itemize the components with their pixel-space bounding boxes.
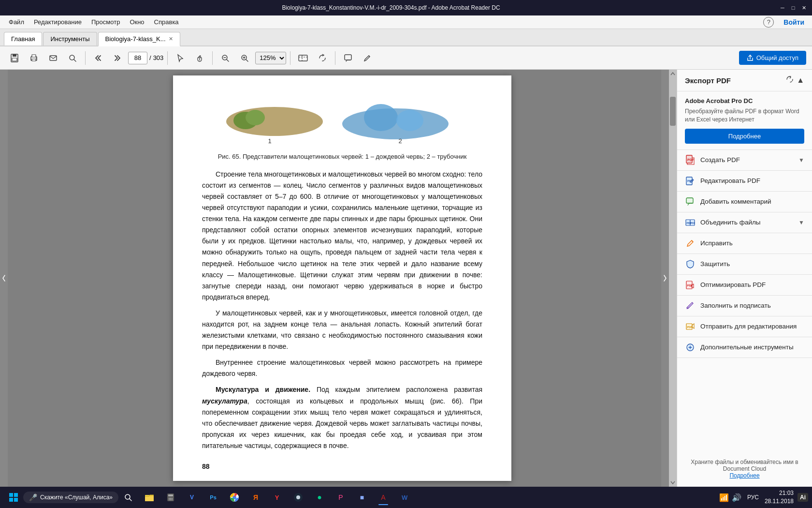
section-combine-header[interactable]: PDFPDF Объединить файлы ▼: [677, 212, 812, 233]
section-correct-header[interactable]: Исправить: [677, 233, 812, 254]
next-page-button[interactable]: [109, 49, 126, 67]
svg-line-9: [74, 60, 76, 61]
promo-button[interactable]: Подробнее: [685, 129, 804, 144]
section-optimize-title: PDF Оптимизировать PDF: [685, 280, 766, 290]
section-combine-title: PDFPDF Объединить файлы: [685, 217, 761, 228]
svg-point-57: [169, 499, 170, 500]
section-send-edit-label: Отправить для редактирования: [700, 323, 797, 330]
close-button[interactable]: ✕: [799, 3, 808, 12]
menu-edit[interactable]: Редактирование: [29, 16, 87, 28]
maximize-button[interactable]: □: [789, 3, 798, 12]
section-correct-title: Исправить: [685, 238, 733, 249]
section-fill-sign-header[interactable]: Заполнить и подписать: [677, 296, 812, 316]
right-expand-handle[interactable]: [661, 70, 669, 487]
section-protect-header[interactable]: Защитить: [677, 254, 812, 274]
signin-button[interactable]: Войти: [780, 16, 808, 28]
svg-rect-46: [9, 498, 13, 502]
svg-point-23: [246, 110, 265, 125]
taskbar-word[interactable]: W: [395, 489, 414, 506]
section-fill-sign: Заполнить и подписать: [677, 296, 812, 316]
start-button[interactable]: [4, 489, 23, 506]
save-button[interactable]: [6, 49, 23, 67]
ai-label[interactable]: Ai: [798, 493, 808, 502]
taskbar-explorer[interactable]: [140, 489, 159, 506]
taskbar-unknown1[interactable]: ●: [310, 489, 329, 506]
taskbar-yandex-browser[interactable]: Я: [246, 489, 265, 506]
volume-icon[interactable]: 🔊: [732, 493, 741, 502]
svg-rect-20: [345, 55, 351, 60]
tab-tools[interactable]: Инструменты: [43, 32, 97, 45]
tab-home[interactable]: Главная: [4, 32, 42, 45]
zoom-out-button[interactable]: [217, 49, 234, 67]
section-edit-pdf-label: Редактировать PDF: [700, 177, 760, 184]
print-button[interactable]: [25, 49, 43, 67]
taskbar-chrome[interactable]: [225, 489, 244, 506]
help-icon[interactable]: ?: [763, 17, 774, 28]
network-icon[interactable]: 📶: [719, 493, 729, 502]
menu-view[interactable]: Просмотр: [87, 16, 125, 28]
sidebar-refresh-icon[interactable]: [786, 75, 794, 85]
footer-link[interactable]: Подробнее: [729, 472, 759, 479]
svg-rect-5: [32, 59, 36, 61]
svg-point-54: [169, 498, 170, 499]
rotate-button[interactable]: [314, 49, 331, 67]
section-optimize-label: Оптимизировать PDF: [700, 281, 766, 288]
email-button[interactable]: [44, 49, 62, 67]
section-edit-pdf-header[interactable]: PDF Редактировать PDF: [677, 171, 812, 191]
taskbar-steam[interactable]: [289, 489, 308, 506]
cortana-search[interactable]: 🎤 Скажите «Слушай, Алиса»: [23, 492, 118, 503]
taskbar-vegas[interactable]: V: [182, 489, 202, 506]
svg-rect-2: [12, 58, 17, 61]
sidebar-title: Экспорт PDF: [685, 76, 731, 85]
tab-document[interactable]: Biologiya-7-klass_K... ✕: [98, 32, 180, 46]
tab-close-icon[interactable]: ✕: [169, 36, 173, 42]
taskbar-photoshop[interactable]: Ps: [203, 489, 223, 506]
comment-button[interactable]: [339, 49, 357, 67]
paragraph-4: Мускулатура и движение. Под каждым эпите…: [202, 384, 482, 451]
share-button[interactable]: Общий доступ: [739, 51, 806, 65]
tab-document-label: Biologiya-7-klass_K...: [105, 35, 166, 43]
sidebar-collapse-icon[interactable]: ▲: [797, 76, 804, 85]
language-indicator[interactable]: РУС: [745, 493, 761, 502]
taskbar-unknown3[interactable]: ■: [352, 489, 372, 506]
taskbar-unknown2[interactable]: P: [331, 489, 350, 506]
svg-rect-1: [13, 54, 16, 57]
section-more-tools-header[interactable]: Дополнительные инструменты: [677, 337, 812, 358]
section-send-edit-title: PDF Отправить для редактирования: [685, 321, 797, 332]
menu-file[interactable]: Файл: [4, 16, 29, 28]
zoom-select[interactable]: 125% 100% 75% 150% 200%: [255, 52, 286, 64]
section-add-comment-header[interactable]: Добавить комментарий: [677, 192, 812, 212]
snapshot-button[interactable]: [294, 49, 312, 67]
menu-help[interactable]: Справка: [149, 16, 184, 28]
section-send-edit-header[interactable]: PDF Отправить для редактирования: [677, 316, 812, 337]
taskbar-calculator[interactable]: [161, 489, 180, 506]
pen-button[interactable]: [359, 49, 376, 67]
toolbar-separator-1: [85, 51, 86, 65]
paragraph-2: У малощетинковых червей, как и у многоще…: [202, 308, 482, 352]
scroll-thumb[interactable]: [670, 97, 676, 126]
taskbar-yandex[interactable]: Y: [267, 489, 287, 506]
scrollbar-vertical[interactable]: [669, 70, 677, 487]
cursor-tool-button[interactable]: [172, 49, 189, 67]
tab-tools-label: Инструменты: [50, 35, 89, 43]
share-label: Общий доступ: [756, 54, 798, 61]
minimize-button[interactable]: ─: [778, 3, 787, 12]
section-optimize-header[interactable]: PDF Оптимизировать PDF: [677, 275, 812, 295]
section-create-pdf-header[interactable]: PDF Создать PDF ▼: [677, 150, 812, 170]
section-send-edit: PDF Отправить для редактирования: [677, 316, 812, 337]
taskbar-search-icon[interactable]: [118, 489, 138, 506]
sidebar-promo: Adobe Acrobat Pro DC Преобразуйте файлы …: [677, 91, 812, 150]
titlebar-controls: ─ □ ✕: [778, 3, 808, 12]
taskbar-acrobat[interactable]: A: [374, 489, 393, 506]
svg-rect-44: [9, 493, 13, 497]
section-more-tools-title: Дополнительные инструменты: [685, 342, 794, 353]
microphone-icon: 🎤: [29, 493, 37, 501]
hand-tool-button[interactable]: [191, 49, 208, 67]
menu-window[interactable]: Окно: [125, 16, 149, 28]
page-input[interactable]: [128, 52, 147, 64]
fig-65: 1 2: [202, 95, 482, 148]
left-scroll-handle[interactable]: [0, 70, 8, 487]
search-button[interactable]: [64, 49, 81, 67]
zoom-in-button[interactable]: [236, 49, 253, 67]
prev-page-button[interactable]: [89, 49, 107, 67]
